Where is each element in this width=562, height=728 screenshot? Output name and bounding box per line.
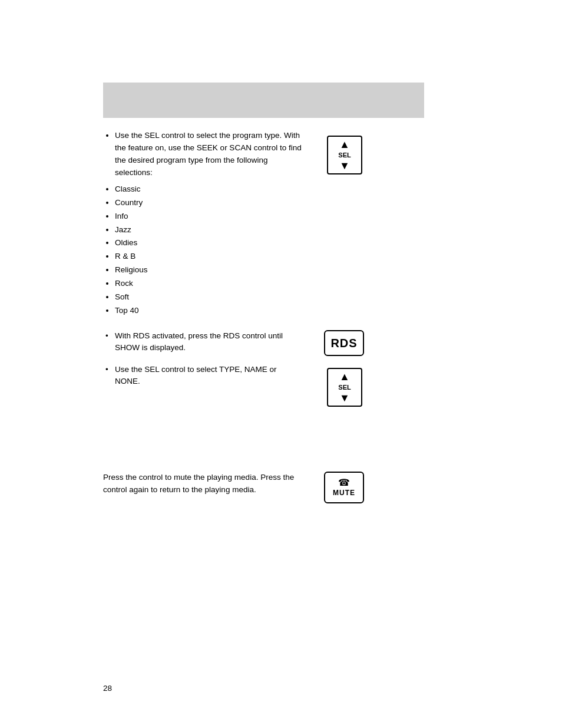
- rds-label: RDS: [330, 337, 357, 350]
- list-item-top40: Top 40: [115, 304, 303, 318]
- list-item-classic: Classic: [115, 183, 303, 196]
- sel-arrow-down: ▼: [339, 160, 350, 171]
- mute-description: Press the control to mute the playing me…: [103, 472, 303, 496]
- section1-right: ▲ SEL ▼: [315, 136, 421, 174]
- list-item-rb: R & B: [115, 250, 303, 263]
- phone-icon: ☎: [338, 478, 350, 487]
- sel-label: SEL: [338, 151, 351, 159]
- list-item-info: Info: [115, 210, 303, 223]
- section3-left: Press the control to mute the playing me…: [103, 472, 303, 496]
- list-item-country: Country: [115, 196, 303, 210]
- page-number: 28: [103, 684, 112, 693]
- list-item-jazz: Jazz: [115, 223, 303, 237]
- sel2-arrow-up: ▲: [339, 371, 350, 382]
- sel-control-diagram: ▲ SEL ▼: [327, 136, 362, 174]
- section3-right: ☎ MUTE: [315, 472, 421, 503]
- list-item-religious: Religious: [115, 263, 303, 277]
- header-bar: [103, 83, 424, 118]
- section2-left: With RDS activated, press the RDS contro…: [103, 330, 303, 397]
- mute-label: MUTE: [333, 489, 355, 497]
- rds-show-text: With RDS activated, press the RDS contro…: [103, 330, 303, 354]
- sel-control-diagram-2: ▲ SEL ▼: [327, 368, 362, 407]
- sel2-label: SEL: [338, 384, 351, 391]
- list-item-rock: Rock: [115, 277, 303, 291]
- section2-right: RDS ▲ SEL ▼: [315, 330, 421, 407]
- sel-arrow-up: ▲: [339, 139, 350, 150]
- mute-button-diagram: ☎ MUTE: [324, 472, 364, 503]
- intro-text: Use the SEL control to select the progra…: [115, 131, 302, 177]
- section1-left: Use the SEL control to select the progra…: [103, 130, 303, 318]
- page-container: Use the SEL control to select the progra…: [0, 0, 562, 728]
- rds-button-diagram: RDS: [324, 330, 364, 356]
- list-item-oldies: Oldies: [115, 236, 303, 250]
- sel-type-text: Use the SEL control to select TYPE, NAME…: [103, 364, 303, 388]
- program-type-list: Classic Country Info Jazz Oldies R & B R…: [103, 183, 303, 318]
- sel2-arrow-down: ▼: [339, 393, 350, 403]
- intro-bullet: Use the SEL control to select the progra…: [115, 130, 303, 179]
- list-item-soft: Soft: [115, 291, 303, 304]
